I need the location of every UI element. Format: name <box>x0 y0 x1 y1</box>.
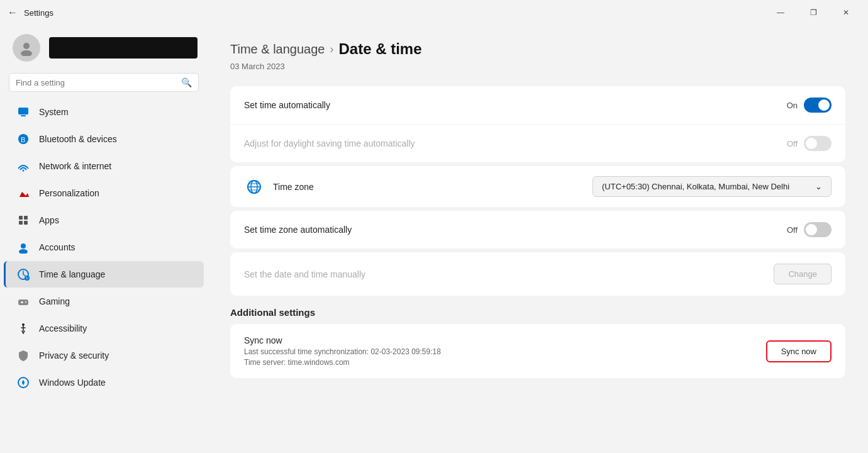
timezone-card: Time zone (UTC+05:30) Chennai, Kolkata, … <box>230 166 845 207</box>
search-box[interactable]: 🔍 <box>9 73 199 92</box>
sidebar-item-update[interactable]: Windows Update <box>4 369 204 396</box>
svg-text:↻: ↻ <box>26 276 28 280</box>
set-timezone-auto-right: Off <box>787 222 832 237</box>
privacy-icon <box>16 349 30 362</box>
timezone-value: (UTC+05:30) Chennai, Kolkata, Mumbai, Ne… <box>602 182 789 191</box>
set-time-auto-track <box>804 98 832 113</box>
svg-point-12 <box>19 249 28 254</box>
svg-point-6 <box>23 170 25 172</box>
additional-settings-title: Additional settings <box>230 307 845 318</box>
svg-rect-18 <box>21 302 23 303</box>
timezone-label: Time zone <box>273 182 314 192</box>
adjust-daylight-track <box>804 136 832 151</box>
back-icon[interactable]: ← <box>8 7 18 18</box>
sidebar-item-label-network: Network & internet <box>39 161 111 171</box>
page-date: 03 March 2023 <box>230 62 845 71</box>
sidebar-item-label-apps: Apps <box>39 215 59 225</box>
adjust-daylight-toggle[interactable] <box>804 136 832 151</box>
sidebar-item-apps[interactable]: Apps <box>4 207 204 233</box>
svg-point-1 <box>21 50 32 56</box>
sidebar-item-accessibility[interactable]: Accessibility <box>4 315 204 342</box>
sync-card: Sync now Last successful time synchroniz… <box>230 324 845 378</box>
apps-icon <box>16 213 30 227</box>
svg-point-19 <box>25 301 26 303</box>
user-name-box <box>49 37 198 59</box>
set-timezone-auto-thumb <box>806 224 817 235</box>
content-area: Time & language › Date & time 03 March 2… <box>208 25 868 453</box>
set-timezone-auto-toggle[interactable] <box>804 222 832 237</box>
sidebar-item-personalization[interactable]: Personalization <box>4 180 204 206</box>
time-settings-card: Set time automatically On Adjust for day… <box>230 86 845 162</box>
timezone-select[interactable]: (UTC+05:30) Chennai, Kolkata, Mumbai, Ne… <box>593 176 832 197</box>
sidebar-item-label-gaming: Gaming <box>39 296 70 306</box>
accessibility-icon <box>16 322 30 335</box>
nav-list: System B Bluetooth & devices <box>0 98 208 396</box>
sidebar-item-network[interactable]: Network & internet <box>4 153 204 179</box>
sidebar-item-label-privacy: Privacy & security <box>39 350 109 361</box>
svg-rect-9 <box>19 221 23 225</box>
title-bar-left: ← Settings <box>8 7 53 18</box>
breadcrumb: Time & language › Date & time <box>230 40 845 58</box>
set-time-auto-toggle-label: On <box>787 101 798 110</box>
svg-point-0 <box>23 43 30 49</box>
time-icon: ↻ <box>16 267 30 281</box>
sidebar-item-label-accessibility: Accessibility <box>39 323 87 333</box>
adjust-daylight-right: Off <box>787 136 832 151</box>
manual-date-row: Set the date and time manually Change <box>230 252 845 296</box>
close-button[interactable]: ✕ <box>832 3 860 23</box>
sidebar-item-time[interactable]: ↻ Time & language <box>4 261 204 288</box>
set-timezone-auto-toggle-label: Off <box>787 225 798 235</box>
sidebar-item-system[interactable]: System <box>4 99 204 125</box>
bluetooth-icon: B <box>16 132 30 146</box>
timezone-row: Time zone (UTC+05:30) Chennai, Kolkata, … <box>230 166 845 207</box>
sidebar-item-accounts[interactable]: Accounts <box>4 234 204 260</box>
breadcrumb-current: Date & time <box>338 40 421 58</box>
network-icon <box>16 159 30 173</box>
breadcrumb-sep: › <box>330 43 333 56</box>
title-bar-controls: — ❐ ✕ <box>766 3 860 23</box>
search-input[interactable] <box>16 78 176 87</box>
svg-point-11 <box>21 243 26 249</box>
svg-rect-2 <box>18 108 28 115</box>
svg-rect-3 <box>21 115 26 116</box>
set-timezone-auto-label: Set time zone automatically <box>244 225 352 235</box>
adjust-daylight-row: Adjust for daylight saving time automati… <box>230 125 845 162</box>
change-date-button[interactable]: Change <box>774 264 832 284</box>
set-time-auto-toggle[interactable] <box>804 98 832 113</box>
sidebar-item-label-time: Time & language <box>39 269 105 279</box>
maximize-button[interactable]: ❐ <box>799 3 828 23</box>
system-icon <box>16 105 30 119</box>
title-bar: ← Settings — ❐ ✕ <box>0 0 868 25</box>
accounts-icon <box>16 240 30 254</box>
timezone-left: Time zone <box>244 177 314 197</box>
svg-rect-7 <box>19 216 23 220</box>
sidebar-item-label-system: System <box>39 107 69 117</box>
manual-date-card: Set the date and time manually Change <box>230 252 845 296</box>
minimize-button[interactable]: — <box>766 3 795 23</box>
svg-rect-8 <box>24 216 28 220</box>
timezone-icon <box>244 177 264 197</box>
set-time-auto-row: Set time automatically On <box>230 86 845 125</box>
app-container: 🔍 System B <box>0 25 868 453</box>
sidebar-item-bluetooth[interactable]: B Bluetooth & devices <box>4 126 204 152</box>
set-time-auto-label: Set time automatically <box>244 100 330 110</box>
breadcrumb-parent: Time & language <box>230 42 325 57</box>
sync-now-button[interactable]: Sync now <box>766 340 832 362</box>
sidebar-item-gaming[interactable]: Gaming <box>4 288 204 315</box>
sync-title: Sync now <box>244 335 441 345</box>
update-icon <box>16 376 30 389</box>
adjust-daylight-thumb <box>806 138 817 149</box>
personalization-icon <box>16 186 30 200</box>
sidebar-item-label-personalization: Personalization <box>39 188 99 198</box>
sidebar: 🔍 System B <box>0 25 208 453</box>
manual-date-label: Set the date and time manually <box>244 269 365 279</box>
svg-text:B: B <box>21 136 25 143</box>
sync-info: Sync now Last successful time synchroniz… <box>244 335 441 367</box>
svg-rect-10 <box>24 221 28 225</box>
set-time-auto-right: On <box>787 98 832 113</box>
sidebar-item-privacy[interactable]: Privacy & security <box>4 342 204 369</box>
user-section <box>0 25 208 70</box>
title-bar-title: Settings <box>24 8 53 18</box>
set-time-auto-thumb <box>818 99 830 111</box>
set-timezone-auto-track <box>804 222 832 237</box>
